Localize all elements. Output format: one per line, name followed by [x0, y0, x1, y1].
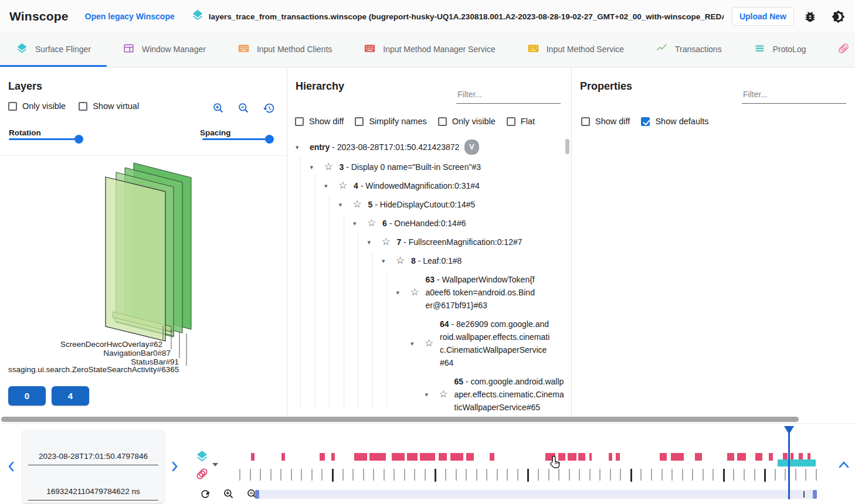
- spacing-label: Spacing: [200, 128, 231, 137]
- spacing-slider-thumb[interactable]: [265, 135, 274, 144]
- expand-arrow-icon[interactable]: ▾: [368, 236, 382, 248]
- bug-report-icon[interactable]: [802, 9, 817, 24]
- checkbox-box[interactable]: [8, 102, 17, 111]
- checkbox-simplify-names[interactable]: Simplify names: [355, 117, 426, 126]
- tab-surface-flinger[interactable]: Surface Flinger: [0, 33, 107, 67]
- checkbox-show-defaults[interactable]: Show defaults: [641, 117, 708, 126]
- tab-transactions[interactable]: Transactions: [640, 33, 738, 67]
- human-timestamp-input[interactable]: 2023-08-28T17:01:50.4797846: [28, 430, 158, 465]
- layers-3d-canvas[interactable]: [0, 155, 287, 416]
- zoom-in-icon[interactable]: [212, 102, 225, 117]
- timeline-cursor-handle[interactable]: [783, 425, 795, 437]
- winscope-app: Winscope Open legacy Winscope layers_tra…: [0, 0, 855, 504]
- zoom-out-icon[interactable]: [238, 102, 250, 117]
- timeline-tick: [630, 469, 632, 482]
- tab-transitions[interactable]: Transitions: [822, 33, 855, 67]
- tab-label: Input Method Manager Service: [383, 45, 495, 54]
- timeline-cursor[interactable]: [788, 427, 790, 499]
- slider-handle-right[interactable]: [813, 490, 817, 499]
- checkbox-show-diff[interactable]: Show diff: [295, 117, 344, 126]
- checkbox-box[interactable]: [355, 117, 364, 126]
- checkbox-only-visible[interactable]: Only visible: [8, 101, 66, 111]
- star-icon[interactable]: ☆: [324, 161, 340, 173]
- timeline-event-mark: [695, 453, 702, 461]
- spacing-slider[interactable]: [202, 138, 270, 140]
- star-icon[interactable]: ☆: [410, 286, 426, 299]
- dark-mode-icon[interactable]: [830, 9, 846, 24]
- display-button-4[interactable]: 4: [52, 386, 89, 406]
- expand-arrow-icon[interactable]: ▾: [396, 286, 410, 299]
- tab-input-method-clients[interactable]: Input Method Clients: [222, 33, 348, 67]
- tree-node[interactable]: ▾entry - 2023-08-28T17:01:50.421423872V: [287, 137, 564, 158]
- expand-arrow-icon[interactable]: ▾: [296, 141, 310, 154]
- view-controls: [212, 102, 275, 117]
- checkbox-box[interactable]: [438, 117, 447, 126]
- slider-handle-left[interactable]: [255, 490, 259, 499]
- star-icon[interactable]: ☆: [353, 198, 368, 211]
- hierarchy-scrollbar[interactable]: [565, 139, 569, 154]
- chevron-down-icon[interactable]: [212, 463, 218, 466]
- display-button-0[interactable]: 0: [8, 386, 46, 406]
- checkbox-box[interactable]: [641, 117, 650, 126]
- checkbox-box[interactable]: [507, 117, 515, 126]
- expand-arrow-icon[interactable]: ▾: [425, 388, 439, 401]
- transitions-trace-icon[interactable]: [195, 467, 209, 483]
- checkbox-box[interactable]: [79, 102, 87, 111]
- expand-arrow-icon[interactable]: ▾: [324, 179, 338, 192]
- horizontal-scrollbar[interactable]: [1, 417, 799, 422]
- expand-arrow-icon[interactable]: ▾: [310, 161, 324, 173]
- tree-node[interactable]: ▾☆4 - WindowedMagnification:0:31#4: [287, 176, 564, 195]
- tree-node[interactable]: ▾☆3 - Display 0 name="Built-in Screen"#3: [287, 158, 564, 176]
- divider: [0, 423, 855, 424]
- ns-timestamp-input[interactable]: 1693242110479784622 ns: [28, 465, 158, 500]
- timeline-tick: [363, 469, 364, 481]
- keyboard-icon: [238, 42, 250, 56]
- tab-input-method-service[interactable]: Input Method Service: [511, 33, 640, 67]
- layers-trace-icon[interactable]: [195, 449, 209, 465]
- tab-protolog[interactable]: ProtoLog: [738, 33, 822, 67]
- checkbox-only-visible[interactable]: Only visible: [438, 117, 496, 126]
- rotation-slider[interactable]: [9, 138, 79, 140]
- tree-node-label: 4 - WindowedMagnification:0:31#4: [354, 179, 480, 192]
- checkbox-show-diff[interactable]: Show diff: [581, 117, 630, 126]
- reset-view-icon[interactable]: [263, 102, 275, 117]
- checkbox-flat[interactable]: Flat: [507, 117, 535, 126]
- timeline-event-mark: [369, 453, 386, 461]
- timeline-range-slider[interactable]: [255, 490, 816, 499]
- timeline-event-mark: [392, 453, 405, 461]
- hierarchy-filter-input[interactable]: [456, 87, 561, 104]
- timeline-selection-range[interactable]: [778, 459, 816, 466]
- tree-indent-guide: [329, 195, 330, 408]
- rotation-slider-thumb[interactable]: [74, 135, 83, 144]
- timeline-tick: [332, 469, 334, 482]
- star-icon[interactable]: ☆: [425, 337, 440, 350]
- tab-window-manager[interactable]: Window Manager: [107, 33, 222, 67]
- star-icon[interactable]: ☆: [396, 254, 411, 267]
- chart-icon: [656, 42, 668, 56]
- expand-arrow-icon[interactable]: ▾: [382, 254, 396, 267]
- timeline-tick: [250, 469, 251, 481]
- next-entry-button[interactable]: [171, 461, 179, 475]
- previous-entry-button[interactable]: [7, 461, 15, 475]
- checkbox-label: Show defaults: [655, 117, 708, 126]
- tab-input-method-manager-service[interactable]: Input Method Manager Service: [348, 33, 511, 67]
- star-icon[interactable]: ☆: [439, 388, 454, 401]
- refresh-icon[interactable]: [199, 488, 211, 502]
- checkbox-box[interactable]: [295, 117, 304, 126]
- timeline-section: 2023-08-28T17:01:50.4797846 169324211047…: [0, 416, 855, 504]
- collapse-timeline-button[interactable]: [837, 460, 850, 472]
- checkbox-show-virtual[interactable]: Show virtual: [79, 101, 139, 111]
- timeline-tick: [682, 469, 683, 481]
- expand-arrow-icon[interactable]: ▾: [410, 337, 425, 350]
- star-icon[interactable]: ☆: [382, 236, 397, 248]
- expand-arrow-icon[interactable]: ▾: [339, 198, 353, 211]
- open-legacy-winscope-link[interactable]: Open legacy Winscope: [85, 12, 175, 21]
- upload-new-button[interactable]: Upload New: [732, 7, 794, 26]
- zoom-in-icon[interactable]: [223, 488, 235, 502]
- checkbox-box[interactable]: [581, 117, 590, 126]
- checkbox-label: Show diff: [309, 117, 344, 126]
- expand-arrow-icon[interactable]: ▾: [353, 217, 367, 230]
- properties-filter-input[interactable]: [742, 87, 846, 104]
- star-icon[interactable]: ☆: [338, 179, 354, 192]
- star-icon[interactable]: ☆: [367, 217, 382, 230]
